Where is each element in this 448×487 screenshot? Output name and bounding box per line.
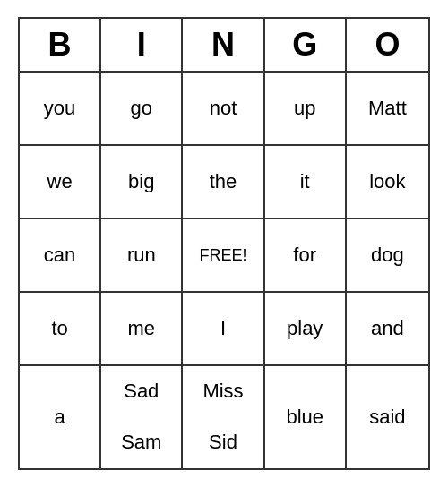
cell-r2-c4: dog (347, 219, 428, 293)
bingo-grid: yougonotupMattwebigtheitlookcanrunFREE!f… (20, 73, 428, 468)
cell-r2-c0: can (20, 219, 101, 293)
cell-r4-c3: blue (265, 366, 347, 468)
cell-r1-c1: big (101, 146, 183, 219)
cell-r4-c4: said (347, 366, 428, 468)
cell-r0-c4: Matt (347, 73, 428, 146)
cell-r4-c2: MissSid (183, 366, 264, 468)
cell-r1-c3: it (265, 146, 347, 219)
cell-r0-c3: up (265, 73, 347, 146)
cell-r0-c1: go (101, 73, 183, 146)
cell-r0-c2: not (183, 73, 264, 146)
header-letter: N (183, 19, 264, 71)
cell-r4-c1: SadSam (101, 366, 183, 468)
cell-r2-c2: FREE! (183, 219, 264, 293)
cell-r1-c2: the (183, 146, 264, 219)
header-letter: I (101, 19, 183, 71)
cell-r1-c0: we (20, 146, 101, 219)
header-letter: O (347, 19, 428, 71)
cell-r3-c0: to (20, 293, 101, 366)
bingo-header: BINGO (20, 19, 428, 73)
bingo-card: BINGO yougonotupMattwebigtheitlookcanrun… (18, 17, 430, 470)
cell-r0-c0: you (20, 73, 101, 146)
cell-r1-c4: look (347, 146, 428, 219)
cell-r2-c3: for (265, 219, 347, 293)
cell-r4-c0: a (20, 366, 101, 468)
cell-r3-c2: I (183, 293, 264, 366)
header-letter: G (265, 19, 347, 71)
cell-r3-c1: me (101, 293, 183, 366)
cell-r3-c4: and (347, 293, 428, 366)
cell-r2-c1: run (101, 219, 183, 293)
cell-r3-c3: play (265, 293, 347, 366)
header-letter: B (20, 19, 101, 71)
